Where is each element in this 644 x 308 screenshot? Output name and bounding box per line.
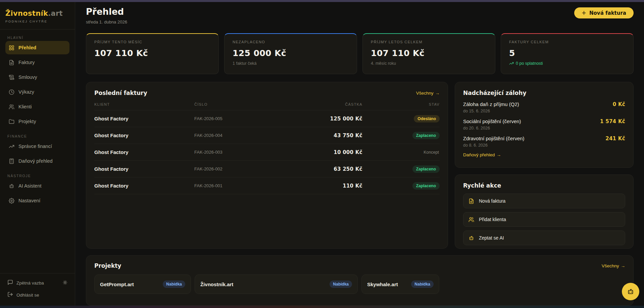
invoice-client: Ghost Factory [94,133,194,138]
table-header: KLIENT ČÍSLO ČÁSTKA STAV [94,102,440,110]
invoice-amount: 10 000 Kč [290,149,362,155]
quick-action-new-invoice[interactable]: Nová faktura [463,194,625,208]
invoice-row[interactable]: Ghost Factory FAK-2026-004 43 750 Kč Zap… [94,127,440,144]
upcoming-due: do 20. 6. 2026 [463,126,521,131]
invoice-amount: 110 Kč [290,183,362,189]
project-item[interactable]: Skywhale.art Nabídka [361,274,439,294]
stat-label: FAKTURY CELKEM [509,40,625,44]
invoice-client: Ghost Factory [94,149,194,155]
users-icon [468,217,474,222]
logout-link: Odhlásit se [16,293,39,298]
sidebar-item-prehled[interactable]: Přehled [5,41,69,54]
invoice-row[interactable]: Ghost Factory FAK-2026-002 63 250 Kč Zap… [94,161,440,177]
layout-grid-icon [9,45,14,51]
new-invoice-label: Nová faktura [589,10,626,16]
trending-up-icon [9,144,14,149]
stat-sub: 1 faktur čeká [233,61,349,66]
sidebar-item-nastaveni[interactable]: Nastavení [5,194,69,207]
sidebar-item-projekty[interactable]: Projekty [5,115,69,128]
page-date: středa 1. dubna 2026 [86,19,127,24]
invoice-row[interactable]: Ghost Factory FAK-2026-005 125 000 Kč Od… [94,110,440,127]
bot-icon [627,288,634,295]
project-name: Skywhale.art [367,281,398,287]
new-invoice-button[interactable]: + Nová faktura [574,7,634,18]
sidebar-item-vykazy[interactable]: Výkazy [5,85,69,99]
file-text-icon [9,60,14,65]
stat-value: 107 110 Kč [94,48,210,58]
sidebar-item-klienti[interactable]: Klienti [5,100,69,113]
arrow-right-icon: → [435,91,440,96]
status-badge: Zaplaceno [412,182,440,190]
bot-icon [9,183,14,189]
sidebar-item-danovy-prehled[interactable]: Daňový přehled [5,154,69,168]
sidebar-item-faktury[interactable]: Faktury [5,56,69,69]
logo-primary: Živnostník [5,9,48,17]
message-square-icon[interactable] [7,279,13,286]
project-status-badge: Nabídka [163,280,185,288]
feedback-link[interactable]: Zpětná vazba [16,280,44,286]
projects-view-all-link[interactable]: Všechny → [602,263,625,268]
invoice-number: FAK-2026-002 [194,166,290,171]
status-badge: Odesláno [414,115,440,122]
sidebar-item-smlouvy[interactable]: Smlouvy [5,70,69,84]
scroll-text-icon [9,74,14,80]
stat-sub: 4. měsíc roku [371,61,487,66]
divider [0,29,75,30]
upcoming-name: Záloha daň z příjmu (Q2) [463,101,519,107]
quick-action-label: Zeptat se AI [479,235,504,241]
stat-value: 125 000 Kč [233,48,349,58]
ai-chat-fab[interactable] [622,283,639,300]
logout-row[interactable]: Odhlásit se [5,289,69,301]
sidebar-item-label: Faktury [18,60,35,65]
upcoming-name: Zdravotní pojištění (červen) [463,136,525,141]
logout-icon [7,292,13,298]
status-badge: Koncept [420,149,440,156]
link-label: Všechny [416,91,434,96]
sidebar-item-spravce-financi[interactable]: Správce financí [5,140,69,153]
file-text-icon [468,198,474,204]
folder-icon [9,119,14,124]
col-client: KLIENT [94,102,194,106]
upcoming-amount: 1 574 Kč [600,118,625,131]
tax-overview-link[interactable]: Daňový přehled → [463,152,625,157]
project-status-badge: Nabídka [411,280,434,288]
page-title: Přehled [86,6,127,17]
invoice-number: FAK-2026-001 [194,183,290,188]
sidebar-item-label: Výkazy [18,89,34,95]
quick-action-label: Nová faktura [479,198,505,204]
projects-card: Projekty Všechny → GetPrompt.art Nabídka… [86,255,634,306]
sidebar-item-label: Smlouvy [18,74,37,80]
quick-action-add-client[interactable]: Přidat klienta [463,212,625,227]
project-item[interactable]: Živnostník.art Nabídka [195,274,358,294]
sun-icon[interactable] [63,280,67,286]
upcoming-item: Sociální pojištění (červen) do 20. 6. 20… [463,118,625,131]
project-name: GetPrompt.art [100,281,134,287]
invoice-client: Ghost Factory [94,116,194,121]
sidebar-item-label: Daňový přehled [18,158,53,164]
feedback-row: Zpětná vazba [5,277,69,289]
invoice-row[interactable]: Ghost Factory FAK-2026-003 10 000 Kč Kon… [94,144,440,161]
projects-title: Projekty [94,262,121,269]
quick-action-ask-ai[interactable]: Zeptat se AI [463,230,625,245]
sidebar-item-label: AI Asistent [18,183,42,189]
stat-label: PŘÍJMY LETOS CELKEM [371,40,487,44]
project-item[interactable]: GetPrompt.art Nabídka [94,274,191,294]
stat-sub-text: 0 po splatnosti [516,61,543,66]
upcoming-due: do 8. 6. 2026 [463,143,525,148]
status-badge: Zaplaceno [412,165,440,173]
sidebar-item-ai-asistent[interactable]: AI Asistent [5,179,69,193]
arrow-right-icon: → [497,152,501,157]
logo-suffix: .art [48,9,63,17]
stat-value: 5 [509,48,625,58]
link-label: Všechny [602,263,619,268]
invoices-view-all-link[interactable]: Všechny → [416,91,440,96]
invoice-amount: 125 000 Kč [290,116,362,122]
stat-card-income-month: PŘÍJMY TENTO MĚSÍC 107 110 Kč [86,33,219,74]
page-header: Přehled středa 1. dubna 2026 + Nová fakt… [86,6,634,24]
invoice-row[interactable]: Ghost Factory FAK-2026-001 110 Kč Zaplac… [94,177,440,194]
upcoming-title: Nadcházející zálohy [463,90,625,96]
upcoming-amount: 0 Kč [613,101,625,113]
upcoming-name: Sociální pojištění (červen) [463,118,521,124]
nav-section-label: NÁSTROJE [5,174,69,178]
plus-icon: + [582,10,586,16]
